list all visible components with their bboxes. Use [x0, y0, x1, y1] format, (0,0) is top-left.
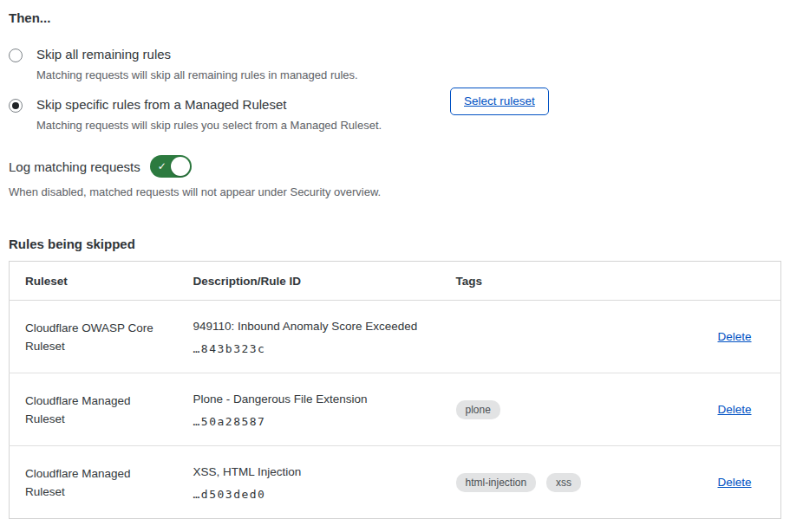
- tag-badge: plone: [456, 400, 500, 419]
- radio-skip-specific-label[interactable]: Skip specific rules from a Managed Rules…: [36, 96, 382, 113]
- column-header-ruleset: Ruleset: [10, 262, 193, 301]
- tags-cell: plone: [456, 373, 718, 446]
- log-matching-description: When disabled, matched requests will not…: [9, 185, 781, 198]
- rules-skipped-heading: Rules being skipped: [9, 237, 781, 251]
- then-section-heading: Then...: [9, 10, 781, 25]
- tags-cell: [456, 301, 718, 373]
- radio-skip-all-label[interactable]: Skip all remaining rules: [36, 46, 358, 62]
- radio-option-skip-specific: Skip specific rules from a Managed Rules…: [9, 96, 781, 133]
- delete-rule-link[interactable]: Delete: [718, 330, 752, 343]
- actions-cell: Delete: [718, 373, 781, 446]
- rule-description: XSS, HTML Injection: [193, 464, 435, 480]
- delete-rule-link[interactable]: Delete: [718, 476, 752, 489]
- rule-description-cell: 949110: Inbound Anomaly Score Exceeded ……: [193, 301, 456, 373]
- radio-skip-all-description: Matching requests will skip all remainin…: [36, 68, 358, 82]
- delete-rule-link[interactable]: Delete: [718, 403, 752, 416]
- rule-description-cell: XSS, HTML Injection …d503ded0: [193, 446, 456, 519]
- rule-description: 949110: Inbound Anomaly Score Exceeded: [193, 319, 435, 334]
- radio-skip-specific-rules[interactable]: [9, 99, 23, 113]
- column-header-tags: Tags: [456, 262, 718, 301]
- column-header-description: Description/Rule ID: [193, 262, 456, 301]
- log-matching-row: Log matching requests ✓: [9, 155, 781, 178]
- rule-id: …843b323c: [193, 342, 435, 355]
- radio-skip-specific-description: Matching requests will skip rules you se…: [36, 118, 382, 133]
- radio-option-skip-all: Skip all remaining rules Matching reques…: [9, 46, 781, 82]
- rule-id: …d503ded0: [193, 488, 435, 501]
- rule-description: Plone - Dangerous File Extension: [193, 392, 435, 407]
- table-row: Cloudflare Managed Ruleset Plone - Dange…: [10, 373, 781, 446]
- waf-rule-config-page: Then... Skip all remaining rules Matchin…: [0, 0, 790, 519]
- rule-id: …50a28587: [193, 415, 435, 428]
- actions-cell: Delete: [718, 301, 781, 373]
- tag-badge: html-injection: [456, 473, 537, 492]
- rule-description-cell: Plone - Dangerous File Extension …50a285…: [193, 373, 456, 446]
- tag-badge: xss: [546, 473, 581, 492]
- rules-skipped-table: Ruleset Description/Rule ID Tags Cloudfl…: [9, 261, 781, 519]
- ruleset-name: Cloudflare Managed Ruleset: [10, 373, 193, 446]
- toggle-knob: [171, 157, 190, 176]
- select-ruleset-button[interactable]: Select ruleset: [450, 88, 549, 115]
- log-matching-label: Log matching requests: [9, 159, 140, 174]
- table-row: Cloudflare Managed Ruleset XSS, HTML Inj…: [10, 446, 781, 519]
- radio-skip-all-rules[interactable]: [9, 49, 23, 62]
- ruleset-name: Cloudflare OWASP Core Ruleset: [10, 301, 193, 373]
- actions-cell: Delete: [718, 446, 781, 519]
- ruleset-name: Cloudflare Managed Ruleset: [10, 446, 193, 519]
- table-header-row: Ruleset Description/Rule ID Tags: [10, 262, 781, 301]
- check-icon: ✓: [158, 159, 166, 173]
- tags-cell: html-injection xss: [456, 446, 718, 519]
- log-matching-toggle[interactable]: ✓: [150, 155, 192, 178]
- table-row: Cloudflare OWASP Core Ruleset 949110: In…: [10, 301, 781, 373]
- column-header-actions: [718, 262, 781, 301]
